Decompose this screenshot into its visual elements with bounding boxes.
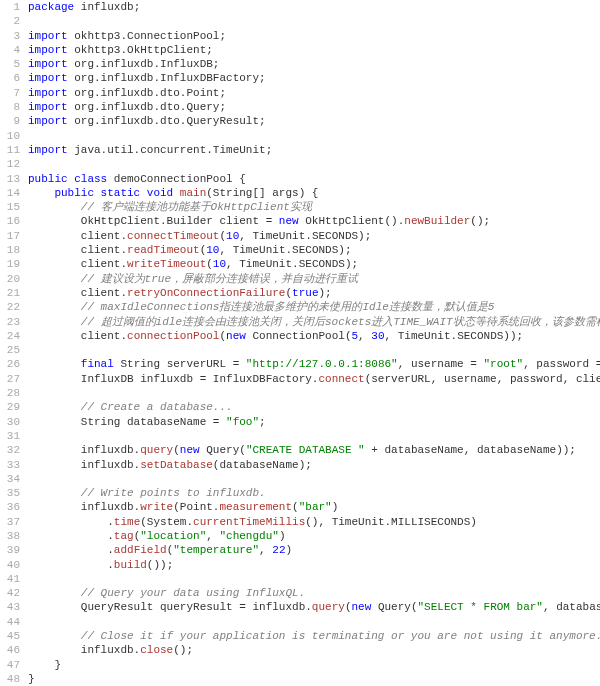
code-line: client.writeTimeout(10, TimeUnit.SECONDS… [28, 257, 600, 271]
code-line: package influxdb; [28, 0, 600, 14]
line-number: 41 [0, 572, 20, 586]
line-number: 44 [0, 615, 20, 629]
code-line: influxdb.query(new Query("CREATE DATABAS… [28, 443, 600, 457]
code-line: influxdb.write(Point.measurement("bar") [28, 500, 600, 514]
code-line: } [28, 672, 600, 686]
code-line: } [28, 658, 600, 672]
code-line [28, 472, 600, 486]
code-line: QueryResult queryResult = influxdb.query… [28, 600, 600, 614]
line-number: 10 [0, 129, 20, 143]
code-line: influxdb.close(); [28, 643, 600, 657]
code-line: // Create a database... [28, 400, 600, 414]
line-number: 21 [0, 286, 20, 300]
line-number: 12 [0, 157, 20, 171]
code-line: // 超过阈值的idle连接会由连接池关闭，关闭后sockets进入TIME_W… [28, 315, 600, 329]
line-number: 30 [0, 415, 20, 429]
code-line [28, 343, 600, 357]
code-line [28, 14, 600, 28]
code-line: String databaseName = "foo"; [28, 415, 600, 429]
line-number: 40 [0, 558, 20, 572]
line-number: 47 [0, 658, 20, 672]
code-line: client.retryOnConnectionFailure(true); [28, 286, 600, 300]
code-line: import java.util.concurrent.TimeUnit; [28, 143, 600, 157]
line-number: 5 [0, 57, 20, 71]
code-area: package influxdb; import okhttp3.Connect… [28, 0, 600, 686]
line-number: 37 [0, 515, 20, 529]
code-line: import org.influxdb.dto.QueryResult; [28, 114, 600, 128]
code-line: import org.influxdb.InfluxDBFactory; [28, 71, 600, 85]
line-number: 7 [0, 86, 20, 100]
line-number: 34 [0, 472, 20, 486]
line-number: 1 [0, 0, 20, 14]
line-number: 22 [0, 300, 20, 314]
line-number: 2 [0, 14, 20, 28]
code-line: .time(System.currentTimeMillis(), TimeUn… [28, 515, 600, 529]
line-number: 45 [0, 629, 20, 643]
code-line: OkHttpClient.Builder client = new OkHttp… [28, 214, 600, 228]
line-number: 16 [0, 214, 20, 228]
line-number: 23 [0, 315, 20, 329]
code-line: // Write points to influxdb. [28, 486, 600, 500]
code-line: InfluxDB influxdb = InfluxDBFactory.conn… [28, 372, 600, 386]
code-line: import org.influxdb.dto.Query; [28, 100, 600, 114]
line-number: 9 [0, 114, 20, 128]
line-number: 6 [0, 71, 20, 85]
line-number: 15 [0, 200, 20, 214]
code-line [28, 157, 600, 171]
code-line: .build()); [28, 558, 600, 572]
code-line: // 客户端连接池功能基于OkHttpClient实现 [28, 200, 600, 214]
code-line: import okhttp3.ConnectionPool; [28, 29, 600, 43]
code-line: // Close it if your application is termi… [28, 629, 600, 643]
line-number: 43 [0, 600, 20, 614]
code-line: .tag("location", "chengdu") [28, 529, 600, 543]
code-line: // maxIdleConnections指连接池最多维护的未使用的Idle连接… [28, 300, 600, 314]
code-line: influxdb.setDatabase(databaseName); [28, 458, 600, 472]
code-line: public class demoConnectionPool { [28, 172, 600, 186]
code-line: import org.influxdb.InfluxDB; [28, 57, 600, 71]
line-number: 14 [0, 186, 20, 200]
code-line [28, 129, 600, 143]
line-number: 13 [0, 172, 20, 186]
code-line [28, 429, 600, 443]
code-line: // 建议设为true，屏蔽部分连接错误，并自动进行重试 [28, 272, 600, 286]
line-number: 28 [0, 386, 20, 400]
line-number: 33 [0, 458, 20, 472]
line-number: 36 [0, 500, 20, 514]
line-number: 3 [0, 29, 20, 43]
code-line [28, 572, 600, 586]
line-number: 35 [0, 486, 20, 500]
line-number: 42 [0, 586, 20, 600]
line-number: 27 [0, 372, 20, 386]
line-number: 18 [0, 243, 20, 257]
line-number: 19 [0, 257, 20, 271]
code-line: // Query your data using InfluxQL. [28, 586, 600, 600]
line-number: 29 [0, 400, 20, 414]
code-line: client.connectionPool(new ConnectionPool… [28, 329, 600, 343]
code-line: import org.influxdb.dto.Point; [28, 86, 600, 100]
code-line: import okhttp3.OkHttpClient; [28, 43, 600, 57]
line-number: 20 [0, 272, 20, 286]
line-number: 48 [0, 672, 20, 686]
code-line: .addField("temperature", 22) [28, 543, 600, 557]
line-number: 24 [0, 329, 20, 343]
line-number: 31 [0, 429, 20, 443]
code-line [28, 615, 600, 629]
line-number: 46 [0, 643, 20, 657]
line-number: 17 [0, 229, 20, 243]
code-line: final String serverURL = "http://127.0.0… [28, 357, 600, 371]
line-number: 38 [0, 529, 20, 543]
code-line [28, 386, 600, 400]
line-number: 25 [0, 343, 20, 357]
code-line: public static void main(String[] args) { [28, 186, 600, 200]
code-line: client.connectTimeout(10, TimeUnit.SECON… [28, 229, 600, 243]
line-number: 32 [0, 443, 20, 457]
line-number: 39 [0, 543, 20, 557]
code-line: client.readTimeout(10, TimeUnit.SECONDS)… [28, 243, 600, 257]
line-number: 11 [0, 143, 20, 157]
line-number-gutter: 1234567891011121314151617181920212223242… [0, 0, 28, 686]
line-number: 4 [0, 43, 20, 57]
line-number: 26 [0, 357, 20, 371]
line-number: 8 [0, 100, 20, 114]
